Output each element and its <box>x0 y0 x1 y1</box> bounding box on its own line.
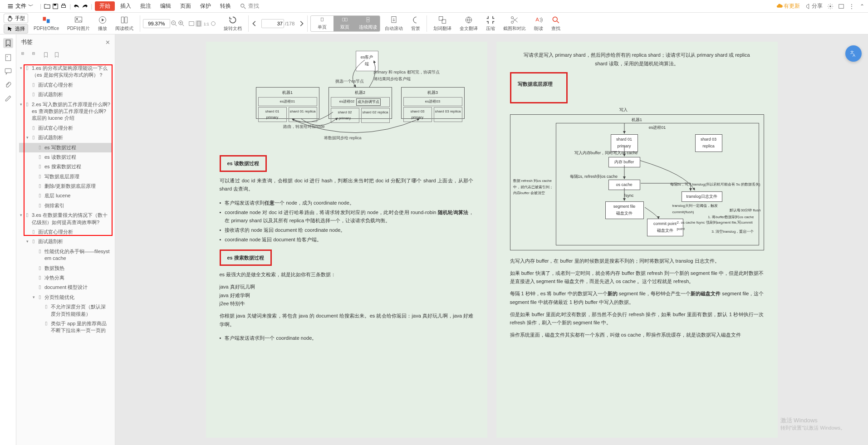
undo-icon[interactable] <box>74 3 80 10</box>
find-button[interactable]: 查找 <box>548 15 564 33</box>
single-page-button[interactable]: 单页 <box>311 16 333 31</box>
share-button[interactable]: 分享 <box>804 2 823 10</box>
pdf-to-office-button[interactable]: PDF转Office <box>30 15 63 33</box>
separator <box>427 15 427 32</box>
open-icon[interactable] <box>44 3 50 10</box>
single-page-icon <box>318 17 327 23</box>
svg-point-4 <box>241 4 244 7</box>
autoscroll-button[interactable]: 自动滚动 <box>381 15 407 33</box>
svg-rect-6 <box>839 4 844 8</box>
double-page-icon <box>340 17 349 23</box>
cursor-icon <box>7 26 13 32</box>
svg-rect-15 <box>197 21 200 26</box>
svg-rect-22 <box>367 20 369 22</box>
save-icon[interactable] <box>52 3 59 10</box>
share-icon <box>804 3 811 10</box>
separator: | <box>91 3 92 10</box>
zoom-input[interactable] <box>143 19 170 28</box>
print-icon[interactable] <box>60 3 67 10</box>
svg-rect-3 <box>63 4 65 5</box>
svg-rect-9 <box>75 17 82 22</box>
cloud-icon <box>776 3 783 10</box>
svg-rect-8 <box>47 19 50 23</box>
double-page-button[interactable]: 双页 <box>333 16 356 31</box>
tab-convert[interactable]: 转换 <box>216 1 235 11</box>
globe-icon <box>464 15 473 24</box>
fit-width-icon[interactable] <box>188 20 195 27</box>
separator: | <box>40 3 41 10</box>
redo-icon[interactable] <box>82 3 88 10</box>
zoom-in-icon[interactable] <box>178 20 185 27</box>
separator <box>307 15 308 32</box>
svg-rect-19 <box>343 18 345 20</box>
svg-rect-2 <box>62 5 66 7</box>
read-aloud-button[interactable]: A 朗读 <box>530 15 547 33</box>
full-translate-button[interactable]: 全文翻译 <box>456 15 481 33</box>
play-icon <box>98 15 107 24</box>
separator: | <box>69 3 71 10</box>
chevron-down-icon: ﹀ <box>28 2 34 10</box>
select-tool[interactable]: 选择 <box>4 24 28 34</box>
compress-button[interactable]: 压缩 <box>482 15 499 33</box>
word-translate-button[interactable]: 划词翻译 <box>430 15 455 33</box>
actual-size-icon[interactable]: 1:1 <box>203 20 209 27</box>
svg-rect-21 <box>367 17 369 20</box>
continuous-icon <box>363 17 373 23</box>
more-icon[interactable]: ⋮ <box>849 3 855 10</box>
speaker-icon: A <box>534 15 543 24</box>
svg-text:A: A <box>536 16 539 22</box>
file-menu[interactable]: 文件 ﹀ <box>4 1 37 11</box>
file-label: 文件 <box>15 2 26 10</box>
separator <box>248 15 249 32</box>
search-icon <box>240 3 246 10</box>
window-icon[interactable] <box>838 3 844 10</box>
cursor-mode-tools: 手型 选择 <box>4 14 28 34</box>
read-mode-button[interactable]: 阅读模式 <box>112 15 137 33</box>
svg-rect-1 <box>54 4 56 5</box>
tab-start[interactable]: 开始 <box>95 1 115 11</box>
search-box[interactable]: 查找 <box>240 2 259 10</box>
svg-rect-18 <box>321 18 324 21</box>
translate-icon <box>438 15 447 24</box>
svg-point-17 <box>211 21 216 25</box>
tab-insert[interactable]: 插入 <box>117 1 135 11</box>
moon-icon <box>411 15 420 24</box>
gear-icon[interactable] <box>827 3 834 10</box>
separator <box>140 15 140 32</box>
book-icon <box>120 15 129 24</box>
zoom-control <box>143 19 185 28</box>
update-notice[interactable]: 有更新 <box>776 2 800 10</box>
image-icon <box>74 15 83 24</box>
hand-tool[interactable]: 手型 <box>4 14 28 23</box>
rotate-icon <box>228 15 237 24</box>
fit-visible-icon[interactable] <box>210 20 216 27</box>
tab-page[interactable]: 页面 <box>177 1 195 11</box>
rotate-button[interactable]: 旋转文档 <box>220 15 245 33</box>
screenshot-compare-button[interactable]: 截图和对比 <box>500 15 530 33</box>
play-button[interactable]: 播放 <box>94 15 111 33</box>
next-page-icon[interactable] <box>298 20 304 27</box>
tab-annotate[interactable]: 批注 <box>137 1 155 11</box>
collapse-icon[interactable]: ⌃ <box>860 3 864 10</box>
svg-rect-7 <box>43 17 46 20</box>
find-icon <box>551 15 560 24</box>
convert-icon <box>42 15 51 24</box>
tab-edit[interactable]: 编辑 <box>157 1 175 11</box>
zoom-out-icon[interactable] <box>171 20 177 27</box>
ribbon: PDF转Office PDF转图片 播放 阅读模式 1:1 旋转文档 /178 <box>0 13 868 34</box>
svg-rect-14 <box>189 21 194 25</box>
tab-protect[interactable]: 保护 <box>196 1 215 11</box>
compress-icon <box>486 15 495 24</box>
svg-point-30 <box>553 17 558 21</box>
pdf-to-image-button[interactable]: PDF转图片 <box>64 15 93 33</box>
svg-point-5 <box>829 5 831 7</box>
page-total: /178 <box>285 21 294 26</box>
view-mode-group: 单页 双页 连续阅读 <box>310 15 380 32</box>
continuous-button[interactable]: 连续阅读 <box>356 16 380 31</box>
page-input[interactable] <box>261 19 284 28</box>
fit-page-icon[interactable] <box>196 20 202 27</box>
background-button[interactable]: 背景 <box>407 15 424 33</box>
page-control: /178 <box>261 19 294 28</box>
prev-page-icon[interactable] <box>251 20 258 27</box>
menubar: 文件 ﹀ | | | 开始 插入 批注 编辑 页面 保护 转换 查找 有更新 分… <box>0 0 868 13</box>
